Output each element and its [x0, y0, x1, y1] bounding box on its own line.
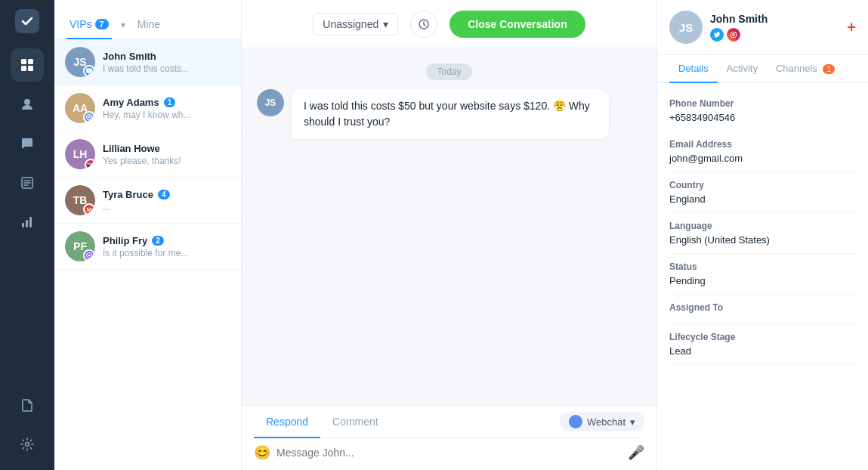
conv-item-john-smith[interactable]: JS John Smith I was told this costs... — [54, 39, 241, 85]
contact-details: Phone Number +65834904546 Email Address … — [657, 83, 868, 470]
conv-name: John Smith — [103, 51, 156, 62]
webchat-label: Webchat — [587, 416, 626, 428]
avatar-philip-fry: PF — [65, 231, 95, 261]
channel-badge-john — [83, 65, 95, 77]
svg-point-12 — [26, 443, 29, 447]
instagram-icon[interactable] — [727, 28, 740, 42]
tab-vips-label: VIPs — [70, 18, 92, 30]
close-conversation-button[interactable]: Close Conversation — [449, 11, 585, 38]
conv-preview: Hey, may I know wh... — [103, 110, 230, 120]
message-bubble: I was told this costs $50 but your websi… — [292, 89, 609, 139]
country-value: England — [669, 193, 856, 205]
mic-button[interactable]: 🎤 — [628, 444, 644, 461]
tab-details[interactable]: Details — [669, 55, 718, 83]
email-value: john@gmail.com — [669, 153, 856, 164]
email-label: Email Address — [669, 139, 856, 150]
lifecycle-stage-label: Lifecycle Stage — [669, 332, 856, 342]
unread-badge-philip: 2 — [152, 236, 164, 246]
conv-item-amy-adams[interactable]: AA Amy Adams 1 Hey, may I know wh... — [54, 85, 241, 131]
webchat-dropdown[interactable]: Webchat ▾ — [560, 412, 644, 431]
left-navigation — [0, 0, 54, 470]
field-email: Email Address john@gmail.com — [669, 131, 856, 172]
avatar-john-smith: JS — [65, 47, 95, 77]
emoji-button[interactable]: 😊 — [254, 444, 270, 461]
conv-name: Amy Adams — [103, 97, 159, 108]
field-status: Status Pending — [669, 254, 856, 295]
channels-badge: 1 — [823, 64, 835, 74]
conv-name: Tyra Bruce — [103, 189, 153, 200]
webchat-selector: Webchat ▾ — [560, 406, 644, 438]
svg-rect-11 — [29, 217, 32, 227]
conv-preview: Is it possible for me... — [103, 248, 230, 258]
tab-channels[interactable]: Channels 1 — [767, 55, 844, 83]
nav-contacts[interactable] — [11, 88, 44, 121]
unread-badge-amy: 1 — [164, 97, 176, 107]
svg-rect-9 — [22, 223, 24, 227]
conv-name: Lillian Howe — [103, 143, 160, 154]
unassigned-dropdown[interactable]: Unassigned ▾ — [313, 13, 398, 36]
language-label: Language — [669, 221, 856, 231]
right-panel-header: JS John Smith + — [657, 0, 868, 55]
unassigned-chevron-icon: ▾ — [383, 18, 388, 30]
country-label: Country — [669, 180, 856, 190]
channel-badge-amy — [83, 111, 95, 123]
conv-info-philip: Philip Fry 2 Is it possible for me... — [103, 235, 230, 258]
conv-preview: I was told this costs... — [103, 63, 230, 74]
conv-item-lillian-howe[interactable]: LH 📷 Lillian Howe Yes please, thanks! — [54, 131, 241, 178]
nav-reports[interactable] — [11, 166, 44, 199]
tab-mine[interactable]: Mine — [134, 11, 163, 39]
tab-comment[interactable]: Comment — [320, 407, 391, 438]
field-assigned-to: Assigned To — [669, 295, 856, 324]
conv-preview: ... — [103, 202, 230, 212]
svg-rect-1 — [28, 59, 33, 64]
svg-point-19 — [733, 34, 735, 36]
phone-label: Phone Number — [669, 98, 856, 109]
svg-rect-0 — [21, 59, 26, 64]
tab-vips[interactable]: VIPs 7 — [66, 11, 112, 39]
nav-analytics[interactable] — [11, 206, 44, 239]
contact-avatar: JS — [669, 11, 703, 44]
nav-conversations[interactable] — [11, 127, 44, 160]
tab-respond[interactable]: Respond — [254, 407, 320, 438]
avatar-lillian-howe: LH 📷 — [65, 139, 95, 169]
conv-info-john-smith: John Smith I was told this costs... — [103, 51, 230, 74]
nav-settings[interactable] — [11, 428, 44, 461]
svg-point-20 — [735, 32, 736, 33]
channel-badge-lillian: 📷 — [85, 159, 95, 169]
snooze-button[interactable] — [410, 11, 437, 38]
svg-rect-3 — [28, 66, 33, 71]
lifecycle-stage-value: Lead — [669, 345, 856, 357]
message-row: JS I was told this costs $50 but your we… — [257, 89, 641, 139]
channel-badge-tyra: M — [83, 203, 95, 215]
tab-activity[interactable]: Activity — [718, 55, 767, 83]
conv-name: Philip Fry — [103, 235, 147, 246]
app-logo — [15, 9, 39, 33]
date-divider: Today — [426, 63, 471, 80]
vips-chevron-icon[interactable]: ▾ — [118, 17, 128, 33]
add-contact-button[interactable]: + — [847, 19, 856, 36]
nav-dashboard[interactable] — [11, 48, 44, 82]
twitter-icon[interactable] — [710, 28, 724, 42]
conversation-header: VIPs 7 ▾ Mine — [54, 0, 241, 39]
chat-header: Unassigned ▾ Close Conversation — [242, 0, 656, 48]
field-language: Language English (United States) — [669, 213, 856, 254]
contact-name: John Smith — [710, 13, 839, 25]
conv-info-lillian: Lillian Howe Yes please, thanks! — [103, 143, 230, 166]
conv-info-amy-adams: Amy Adams 1 Hey, may I know wh... — [103, 97, 230, 120]
status-label: Status — [669, 261, 856, 272]
nav-documents[interactable] — [11, 388, 44, 422]
vips-badge: 7 — [95, 19, 109, 29]
conv-item-tyra-bruce[interactable]: TB M Tyra Bruce 4 ... — [54, 178, 241, 224]
svg-point-14 — [88, 116, 91, 119]
avatar-tyra-bruce: TB M — [65, 185, 95, 215]
conv-info-tyra: Tyra Bruce 4 ... — [103, 189, 230, 212]
conv-preview: Yes please, thanks! — [103, 156, 230, 166]
chat-footer: Respond Comment Webchat ▾ 😊 🎤 — [242, 405, 656, 470]
conv-item-philip-fry[interactable]: PF Philip Fry 2 Is it possible for me... — [54, 224, 241, 270]
message-input[interactable] — [276, 447, 622, 459]
language-value: English (United States) — [669, 234, 856, 246]
unassigned-label: Unassigned — [323, 18, 378, 30]
field-country: Country England — [669, 172, 856, 213]
channel-badge-philip — [83, 249, 95, 261]
sender-avatar: JS — [257, 89, 284, 116]
